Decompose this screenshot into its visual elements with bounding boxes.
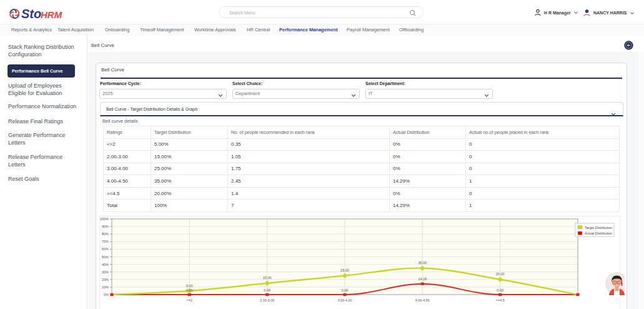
svg-text:15.00: 15.00 bbox=[263, 276, 272, 280]
svg-text:40%: 40% bbox=[102, 263, 109, 266]
svg-text:4.00-4.50: 4.00-4.50 bbox=[415, 298, 430, 302]
svg-text:35.00: 35.00 bbox=[418, 261, 427, 265]
svg-text:100%: 100% bbox=[100, 217, 109, 221]
svg-text:14.29: 14.29 bbox=[418, 277, 427, 281]
svg-text:80%: 80% bbox=[102, 232, 109, 236]
svg-text:Sto: Sto bbox=[21, 7, 41, 21]
svg-text:90%: 90% bbox=[102, 225, 109, 228]
svg-text:2.00-3.00: 2.00-3.00 bbox=[260, 298, 274, 302]
svg-text:25.00: 25.00 bbox=[340, 268, 349, 272]
svg-text:5.00: 5.00 bbox=[186, 284, 193, 288]
svg-text:20%: 20% bbox=[102, 278, 109, 281]
svg-text:Actual Distribution: Actual Distribution bbox=[585, 231, 612, 235]
svg-text:60%: 60% bbox=[102, 247, 109, 251]
svg-text:3.00-4.00: 3.00-4.00 bbox=[337, 298, 352, 302]
svg-text:0.00: 0.00 bbox=[264, 288, 270, 292]
svg-text:10%: 10% bbox=[102, 285, 109, 289]
svg-text:30%: 30% bbox=[102, 270, 109, 274]
svg-text:0%: 0% bbox=[104, 293, 109, 296]
svg-text:0.00: 0.00 bbox=[497, 288, 503, 292]
svg-text:0.00: 0.00 bbox=[342, 288, 349, 292]
svg-text:20.00: 20.00 bbox=[496, 272, 505, 276]
svg-text:Target Distribution: Target Distribution bbox=[585, 226, 612, 230]
svg-text:50%: 50% bbox=[102, 255, 109, 259]
svg-text:HRM: HRM bbox=[41, 9, 62, 20]
svg-text:70%: 70% bbox=[102, 240, 109, 243]
svg-text:0.00: 0.00 bbox=[186, 288, 193, 292]
svg-text:<=2: <=2 bbox=[187, 298, 192, 302]
svg-text:>=4.5: >=4.5 bbox=[496, 298, 505, 302]
